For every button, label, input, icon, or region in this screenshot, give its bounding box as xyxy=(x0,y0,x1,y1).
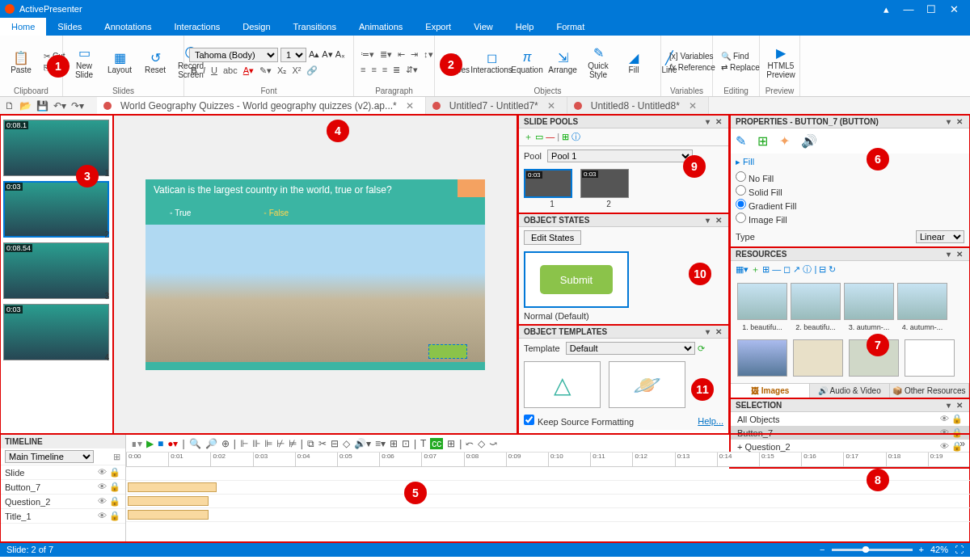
align-right-icon[interactable]: ≡ xyxy=(381,64,389,76)
bold-icon[interactable]: B xyxy=(189,65,199,77)
tab-design[interactable]: Design xyxy=(231,18,281,36)
slide-thumb[interactable]: 0:08.543 xyxy=(3,242,109,299)
audio-tab-icon[interactable]: 🔊 xyxy=(801,133,817,149)
resource-thumb[interactable]: 1. beautifu... xyxy=(736,281,789,331)
fit-icon[interactable]: ⛶ xyxy=(955,545,964,554)
resource-tab[interactable]: 🔊 Audio & Video xyxy=(810,384,889,398)
close-icon[interactable]: ✕ xyxy=(943,3,965,15)
resource-thumb[interactable]: 3. autumn-... xyxy=(842,281,896,331)
resource-thumb[interactable]: 2. beautifu... xyxy=(789,281,842,331)
replace-button[interactable]: ⇄Replace xyxy=(718,62,763,73)
resource-thumb[interactable]: 4. autumn-... xyxy=(896,281,949,331)
link-icon[interactable]: 🔗 xyxy=(305,65,319,77)
slide-panel[interactable]: 0:08.110:0320:08.5430:034 xyxy=(0,115,113,434)
timeline-track-label[interactable]: Slide👁 🔒 xyxy=(0,465,125,480)
zoom-in-icon[interactable]: + xyxy=(919,545,924,554)
selection-item[interactable]: All Objects👁 🔒 xyxy=(731,412,969,426)
valign-icon[interactable]: ⇵▾ xyxy=(404,64,420,76)
open-icon[interactable]: 📂 xyxy=(19,100,32,112)
slide-thumb[interactable]: 0:034 xyxy=(3,304,109,360)
fill-button[interactable]: ◢Fill xyxy=(618,48,650,76)
record-tl-icon[interactable]: ∎▾ xyxy=(131,438,142,449)
import-icon[interactable]: ⊞ xyxy=(562,132,569,141)
bullets-icon[interactable]: ≔▾ xyxy=(359,48,376,61)
font-color-icon[interactable]: A▾ xyxy=(242,65,255,77)
timeline-track-label[interactable]: Button_7👁 🔒 xyxy=(0,480,125,495)
save-icon[interactable]: 💾 xyxy=(36,100,48,112)
pool-thumb[interactable]: 0:032 xyxy=(580,169,637,208)
undo-icon[interactable]: ↶▾ xyxy=(53,100,66,112)
timeline-track-label[interactable]: Question_2👁 🔒 xyxy=(0,495,125,509)
line-spacing-icon[interactable]: ↕▾ xyxy=(422,48,435,61)
canvas[interactable]: Vatican is the largest country in the wo… xyxy=(113,115,517,434)
gradient-radio[interactable]: Gradient Fill xyxy=(736,198,964,212)
find-button[interactable]: 🔍Find xyxy=(718,51,763,61)
indent-inc-icon[interactable]: ⇥ xyxy=(409,48,420,61)
play-icon[interactable]: ▶ xyxy=(146,438,154,449)
tab-export[interactable]: Export xyxy=(414,18,462,36)
info-icon[interactable]: ⓘ xyxy=(571,132,580,141)
tab-annotations[interactable]: Annotations xyxy=(93,18,162,36)
keep-formatting-check[interactable]: Keep Source Formatting xyxy=(524,415,634,427)
tab-home[interactable]: Home xyxy=(0,18,46,36)
tab-transitions[interactable]: Transitions xyxy=(282,18,348,36)
timeline-select[interactable]: Main Timeline xyxy=(5,450,94,463)
clear-format-icon[interactable]: Aₓ xyxy=(335,49,345,60)
equation-button[interactable]: πEquation xyxy=(511,48,543,76)
minimize-icon[interactable]: — xyxy=(897,3,920,15)
arrange-button[interactable]: ⇲Arrange xyxy=(546,48,579,76)
size-tab-icon[interactable]: ⊞ xyxy=(757,133,768,149)
refresh-icon[interactable]: ⟳ xyxy=(698,343,705,353)
preview-button[interactable]: ▶HTML5 Preview xyxy=(765,44,797,81)
strike-icon[interactable]: abc xyxy=(221,65,239,77)
stop-icon[interactable]: ■ xyxy=(158,438,163,449)
tab-help[interactable]: Help xyxy=(504,18,546,36)
style-tab-icon[interactable]: ✎ xyxy=(736,133,746,149)
slide-thumb[interactable]: 0:032 xyxy=(3,181,109,238)
italic-icon[interactable]: I xyxy=(201,65,207,77)
help-link[interactable]: Help... xyxy=(698,416,723,426)
new-icon[interactable]: 🗋 xyxy=(5,100,15,112)
effect-tab-icon[interactable]: ✦ xyxy=(779,133,790,149)
underline-icon[interactable]: U xyxy=(209,65,219,77)
grow-font-icon[interactable]: A▴ xyxy=(309,49,319,60)
pool-select[interactable]: Pool 1 xyxy=(547,149,693,162)
edit-states-button[interactable]: Edit States xyxy=(524,230,581,245)
numbering-icon[interactable]: ≣▾ xyxy=(378,48,394,61)
redo-icon[interactable]: ↷▾ xyxy=(71,100,84,112)
tab-interactions[interactable]: Interactions xyxy=(162,18,231,36)
paste-button[interactable]: 📋Paste xyxy=(5,48,37,76)
timeline-track-label[interactable]: Title_1👁 🔒 xyxy=(0,509,125,524)
tab-slides[interactable]: Slides xyxy=(46,18,93,36)
template-thumb[interactable]: 🪐 xyxy=(609,361,685,408)
doc-tab[interactable]: Untitled8 - Untitled8*✕ xyxy=(567,97,709,114)
caret-icon[interactable]: ▴ xyxy=(875,3,897,15)
tab-format[interactable]: Format xyxy=(545,18,596,36)
maximize-icon[interactable]: ☐ xyxy=(920,3,943,15)
edit-icon[interactable]: ▭ xyxy=(535,132,543,141)
gradient-type-select[interactable]: Linear xyxy=(916,230,964,243)
shrink-font-icon[interactable]: A▾ xyxy=(322,49,332,60)
template-thumb[interactable]: △ xyxy=(524,361,601,408)
font-family-select[interactable]: Tahoma (Body) xyxy=(189,48,278,62)
resource-tab[interactable]: 📦 Other Resources xyxy=(890,384,969,398)
interactions-button[interactable]: ◻Interactions xyxy=(475,48,508,76)
remove-icon[interactable]: — xyxy=(546,132,555,141)
slide-preview[interactable]: Vatican is the largest country in the wo… xyxy=(146,179,485,370)
nofill-radio[interactable]: No Fill xyxy=(736,171,964,184)
layout-button[interactable]: ▦Layout xyxy=(103,48,136,76)
submit-shape[interactable] xyxy=(428,344,467,359)
quick-style-button[interactable]: ✎Quick Style xyxy=(582,44,614,81)
doc-tab[interactable]: Untitled7 - Untitled7*✕ xyxy=(426,97,567,114)
new-slide-button[interactable]: ▭New Slide xyxy=(68,44,100,81)
add-icon[interactable]: ＋ xyxy=(524,132,533,141)
highlight-icon[interactable]: ✎▾ xyxy=(258,65,273,77)
warn-icon[interactable]: ●▾ xyxy=(167,438,178,449)
tab-animations[interactable]: Animations xyxy=(348,18,414,36)
tab-view[interactable]: View xyxy=(462,18,504,36)
zoom-out-icon[interactable]: − xyxy=(820,545,824,554)
reference-button[interactable]: fxReference xyxy=(666,62,719,73)
pool-thumb[interactable]: 0:031 xyxy=(524,169,580,208)
indent-dec-icon[interactable]: ⇤ xyxy=(396,48,407,61)
align-left-icon[interactable]: ≡ xyxy=(359,64,367,76)
